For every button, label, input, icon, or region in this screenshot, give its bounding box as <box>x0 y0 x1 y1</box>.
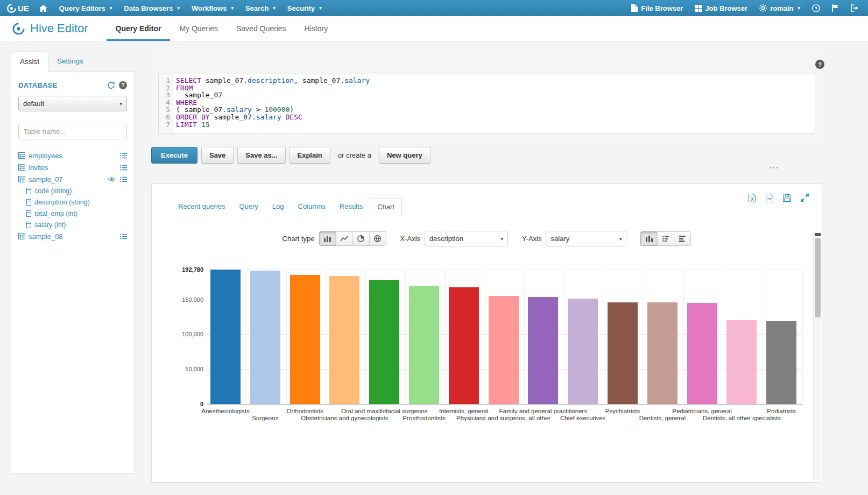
table-menu-icon[interactable] <box>120 176 127 182</box>
assist-help-icon[interactable]: ? <box>119 81 127 89</box>
chart-bar[interactable] <box>528 297 558 404</box>
chart-type-line-button[interactable] <box>336 231 353 246</box>
hue-logo[interactable]: UE <box>3 0 33 16</box>
table-name: sample_08 <box>29 232 63 241</box>
table-icon <box>18 176 25 182</box>
x-tick-label: Psychiatrists <box>605 408 640 414</box>
export-toolbar: X <box>749 194 809 202</box>
refresh-icon[interactable] <box>107 82 115 89</box>
user-menu[interactable]: romain▾ <box>753 0 806 16</box>
editor-code[interactable]: SELECT sample_07.description, sample_07.… <box>173 74 815 133</box>
chart-plot <box>207 270 802 404</box>
tab-recent-queries[interactable]: Recent queries <box>171 198 232 216</box>
table-menu-icon[interactable] <box>120 153 127 159</box>
help-link[interactable]: ? <box>806 0 826 16</box>
chart-bar[interactable] <box>647 302 678 404</box>
tab-results[interactable]: Results <box>333 198 370 216</box>
resizer-handle-dots[interactable]: ··· <box>770 163 779 172</box>
table-filter-input[interactable] <box>18 124 127 139</box>
menu-label: Data Browsers <box>124 4 173 12</box>
eye-icon[interactable] <box>108 176 116 182</box>
chart-type-pie-button[interactable] <box>352 231 370 246</box>
tab-chart[interactable]: Chart <box>370 198 402 216</box>
menu-search[interactable]: Search▾ <box>239 0 281 16</box>
chart-type-bars-button[interactable] <box>319 231 336 246</box>
tab-query[interactable]: Query <box>232 198 265 216</box>
tab-log[interactable]: Log <box>265 198 291 216</box>
tab-saved-queries[interactable]: Saved Queries <box>227 16 295 41</box>
bars-horizontal-button[interactable] <box>674 231 691 246</box>
map-globe-icon <box>374 235 381 242</box>
column-item[interactable]: code (string) <box>18 185 127 196</box>
column-item[interactable]: description (string) <box>18 196 127 208</box>
code-line: LIMIT 15 <box>176 121 815 129</box>
chart-bar[interactable] <box>210 270 241 404</box>
bars-vertical-button[interactable] <box>640 231 658 246</box>
save-button[interactable]: Save <box>201 147 234 164</box>
menu-data-browsers[interactable]: Data Browsers▾ <box>118 0 186 16</box>
chart-bar[interactable] <box>329 276 359 404</box>
tab-settings[interactable]: Settings <box>48 52 92 72</box>
chart-bar[interactable] <box>766 321 796 405</box>
explain-button[interactable]: Explain <box>290 147 330 164</box>
chart-bar[interactable] <box>608 302 638 405</box>
v-gridline <box>763 270 763 404</box>
feedback-flag-link[interactable] <box>826 0 845 16</box>
editor-help-icon[interactable]: ? <box>815 60 824 69</box>
menu-workflows[interactable]: Workflows▾ <box>186 0 239 16</box>
table-item-sample_08[interactable]: sample_08 <box>18 230 127 242</box>
chart-bar[interactable] <box>290 275 320 404</box>
home-button[interactable] <box>33 0 53 16</box>
caret-down-icon: ▾ <box>110 5 112 11</box>
database-select[interactable]: default ▾ <box>18 96 127 111</box>
logout-link[interactable] <box>845 0 865 16</box>
menu-query-editors[interactable]: Query Editors▾ <box>53 0 118 16</box>
sql-editor[interactable]: 1234567 SELECT sample_07.description, sa… <box>158 74 815 134</box>
v-gridline <box>604 270 604 404</box>
bars-stacked-button[interactable] <box>657 231 674 246</box>
tab-history[interactable]: History <box>295 16 337 41</box>
tab-columns[interactable]: Columns <box>291 198 333 216</box>
chart-bar[interactable] <box>449 287 479 404</box>
chart-bar[interactable] <box>489 296 519 404</box>
tab-query-editor[interactable]: Query Editor <box>107 16 171 41</box>
job-browser-link[interactable]: Job Browser <box>689 0 753 16</box>
scrollbar-thumb[interactable] <box>815 238 821 317</box>
table-item-employees[interactable]: employees <box>18 150 127 161</box>
chart-bar[interactable] <box>369 280 399 404</box>
results-scrollbar[interactable] <box>813 232 821 480</box>
file-browser-link[interactable]: File Browser <box>625 0 689 16</box>
code-line: FROM <box>176 84 815 92</box>
execute-button[interactable]: Execute <box>151 147 197 164</box>
v-gridline <box>365 270 366 404</box>
menu-label: Workflows <box>192 4 227 12</box>
tab-my-queries[interactable]: My Queries <box>170 16 227 41</box>
panel-resizer[interactable]: ··· <box>151 164 822 173</box>
table-item-sample_07[interactable]: sample_07 <box>18 173 127 185</box>
save-as-button[interactable]: Save as... <box>237 147 285 164</box>
tab-assist[interactable]: Assist <box>11 52 48 72</box>
new-query-button[interactable]: New query <box>379 147 431 164</box>
chart-type-map-button[interactable] <box>369 231 386 246</box>
chart-bar[interactable] <box>250 271 280 404</box>
hive-editor-title[interactable]: Hive Editor <box>12 22 88 36</box>
column-item[interactable]: salary (int) <box>18 219 127 230</box>
x-axis-select[interactable]: description ▾ <box>425 231 508 246</box>
grid-icon <box>695 5 702 12</box>
chart-bar[interactable] <box>726 320 757 404</box>
chart-bar[interactable] <box>687 303 717 404</box>
table-menu-icon[interactable] <box>120 165 127 171</box>
table-menu-icon[interactable] <box>120 234 127 239</box>
export-file-button[interactable] <box>766 194 773 202</box>
chart-bar[interactable] <box>409 286 439 404</box>
scrollbar-up-arrow[interactable] <box>815 233 821 236</box>
chart-bar[interactable] <box>568 299 598 404</box>
save-results-button[interactable] <box>783 194 791 202</box>
y-axis-select[interactable]: salary ▾ <box>546 231 626 246</box>
table-item-invites[interactable]: invites <box>18 161 127 173</box>
menu-security[interactable]: Security▾ <box>281 0 328 16</box>
column-item[interactable]: total_emp (int) <box>18 208 127 219</box>
question-circle-icon: ? <box>812 4 820 12</box>
export-excel-button[interactable]: X <box>749 194 756 202</box>
fullscreen-button[interactable] <box>801 194 809 202</box>
